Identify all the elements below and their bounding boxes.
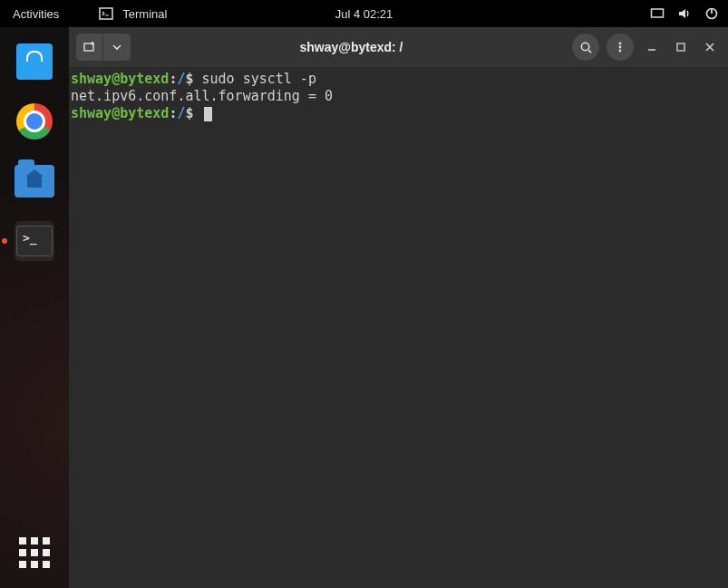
dock [0, 27, 69, 588]
prompt-user: shway@bytexd [71, 105, 169, 121]
close-icon [704, 42, 715, 53]
chrome-icon [16, 103, 53, 140]
volume-icon [677, 6, 692, 21]
svg-rect-11 [677, 43, 684, 51]
dropdown-icon[interactable] [103, 34, 131, 61]
gnome-top-bar: Activities Terminal Jul 4 02:21 [0, 0, 728, 27]
svg-point-7 [619, 43, 622, 45]
terminal-icon [99, 6, 113, 21]
shopping-bag-icon [16, 43, 53, 80]
menu-button[interactable] [607, 34, 634, 61]
search-icon [579, 41, 593, 54]
svg-point-5 [581, 43, 588, 50]
svg-rect-0 [100, 8, 112, 19]
power-icon [704, 6, 719, 21]
terminal-app-icon [16, 226, 53, 256]
search-button[interactable] [572, 34, 599, 61]
cursor [204, 107, 212, 121]
show-applications-button[interactable] [19, 537, 50, 568]
clock[interactable]: Jul 4 02:21 [335, 7, 393, 21]
new-tab-button[interactable] [76, 34, 131, 61]
minimize-icon [646, 42, 657, 53]
activities-button[interactable]: Activities [0, 7, 72, 21]
prompt-symbol: $ [185, 105, 201, 121]
dock-files[interactable] [15, 161, 54, 201]
terminal-body[interactable]: shway@bytexd:/$ sudo sysctl -pnet.ipv6.c… [69, 67, 728, 588]
svg-point-9 [619, 50, 622, 53]
new-tab-icon [76, 34, 103, 61]
prompt-command: sudo sysctl -p [202, 71, 316, 87]
svg-point-8 [619, 46, 622, 49]
dock-software-store[interactable] [15, 42, 54, 82]
dock-chrome[interactable] [15, 101, 54, 141]
terminal-prompt-line: shway@bytexd:/$ [71, 105, 726, 122]
terminal-output-line: net.ipv6.conf.all.forwarding = 0 [71, 88, 726, 105]
prompt-user: shway@bytexd [71, 71, 169, 87]
dock-terminal[interactable] [15, 221, 54, 261]
prompt-symbol: $ [185, 71, 201, 87]
svg-line-6 [588, 50, 591, 53]
terminal-header: shway@bytexd: / [69, 27, 728, 67]
maximize-button[interactable] [670, 36, 692, 58]
maximize-icon [675, 42, 686, 53]
minimize-button[interactable] [641, 36, 663, 58]
system-tray[interactable] [650, 6, 719, 21]
svg-rect-1 [652, 9, 664, 17]
terminal-prompt-line: shway@bytexd:/$ sudo sysctl -p [71, 71, 726, 88]
app-indicator[interactable]: Terminal [72, 6, 167, 21]
files-icon [15, 165, 54, 198]
terminal-window: shway@bytexd: / shway@bytexd:/$ sudo sys… [69, 27, 728, 588]
app-indicator-label: Terminal [122, 7, 167, 21]
close-button[interactable] [699, 36, 721, 58]
terminal-title: shway@bytexd: / [138, 40, 565, 54]
kebab-icon [614, 41, 626, 53]
screen-icon [650, 6, 665, 21]
